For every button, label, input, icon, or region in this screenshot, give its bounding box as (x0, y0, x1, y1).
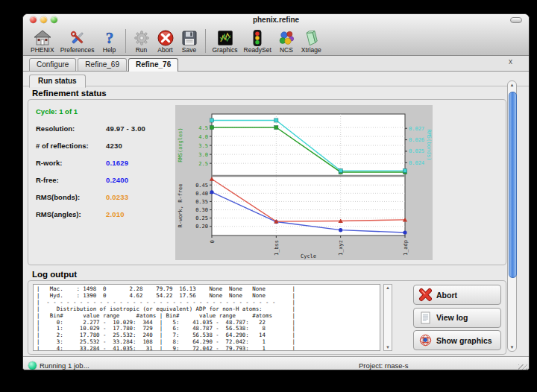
svg-text:0: 0 (210, 240, 216, 243)
tab-refine_69[interactable]: Refine_69 (78, 58, 127, 71)
stat-label: R-free: (36, 176, 106, 184)
stat-value: 0.1629 (106, 159, 128, 167)
cycle-label: Cycle: 1 of 1 (36, 107, 174, 116)
preferences-tools-icon (69, 29, 87, 47)
log-scrollbar[interactable]: ▲ ▼ (383, 284, 392, 351)
log-actions: Abort View log Show graphics (413, 284, 501, 351)
svg-text:0.45: 0.45 (195, 183, 208, 189)
stat-row: # of reflections:4230 (36, 142, 174, 150)
toolbar-item-label: Xtriage (301, 47, 321, 54)
stat-row: R-work:0.1629 (36, 159, 174, 167)
toolbar-abort-button[interactable]: Abort (154, 29, 178, 54)
stat-value: 2.010 (106, 210, 125, 218)
refinement-status-panel: Cycle: 1 of 1 Resolution:49.97 - 3.00# o… (28, 99, 506, 265)
toolbar-item-label: Help (103, 47, 116, 54)
readyset-traffic-light-icon (248, 29, 266, 47)
toolbar-item-label: Run (136, 47, 148, 54)
stat-label: RMS(angles): (36, 210, 106, 218)
stat-label: RMS(bonds): (36, 193, 106, 201)
run-gear-icon (133, 29, 151, 47)
view-log-button-label: View log (436, 313, 468, 322)
toolbar-run-button[interactable]: Run (130, 29, 154, 54)
svg-text:1_xyz: 1_xyz (338, 240, 344, 256)
toolbar-xtriage-button[interactable]: Xtriage (298, 29, 324, 54)
show-graphics-button[interactable]: Show graphics (413, 330, 501, 350)
svg-text:0.027: 0.027 (409, 126, 424, 132)
toolbar-save-button[interactable]: Save (178, 29, 201, 54)
svg-text:0.35: 0.35 (195, 199, 208, 205)
svg-text:0.026: 0.026 (409, 137, 424, 143)
title-bar[interactable]: phenix.refine (23, 14, 529, 25)
refinement-progress-chart: 2.53.03.54.04.50.0240.0250.0260.0270.200… (175, 105, 433, 260)
abort-button-label: Abort (436, 291, 457, 300)
svg-text:RMS(angles): RMS(angles) (178, 127, 183, 162)
traffic-lights (30, 16, 57, 23)
chart-svg: 2.53.03.54.04.50.0240.0250.0260.0270.200… (175, 105, 433, 260)
stat-row: R-free:0.2400 (36, 176, 174, 184)
tab-strip: ConfigureRefine_69Refine_76 x (23, 56, 529, 72)
main-scrollbar-thumb[interactable] (509, 92, 517, 278)
zoom-window-button[interactable] (51, 16, 57, 23)
stat-label: # of reflections: (36, 142, 106, 150)
stat-row: RMS(bonds):0.0233 (36, 193, 174, 201)
svg-text:0.25: 0.25 (195, 215, 208, 221)
abort-x-icon (418, 288, 433, 302)
scroll-down-icon[interactable]: ▼ (508, 345, 516, 350)
scroll-up-icon[interactable]: ▲ (508, 83, 516, 87)
svg-text:R-work, R-free: R-work, R-free (178, 183, 183, 227)
toolbar: PHENIX Preferences ? Help Run (23, 25, 529, 55)
resize-grip[interactable] (518, 364, 527, 370)
toolbar-graphics-button[interactable]: Graphics (210, 29, 241, 54)
subtab-strip: Run status (23, 72, 529, 86)
minimize-window-button[interactable] (40, 16, 47, 23)
log-output-heading: Log output (32, 270, 529, 279)
toolbar-item-label: Graphics (213, 47, 238, 54)
toolbar-preferences-button[interactable]: Preferences (57, 29, 98, 54)
svg-text:0.024: 0.024 (409, 160, 424, 166)
toolbar-help-button[interactable]: ? Help (98, 29, 122, 54)
running-status-icon (28, 361, 37, 370)
svg-text:0.20: 0.20 (195, 224, 208, 230)
toolbar-item-label: NCS (280, 47, 293, 54)
abort-button[interactable]: Abort (413, 285, 501, 305)
svg-text:4.0: 4.0 (198, 134, 208, 140)
toolbar-toggle-pill-button[interactable] (510, 17, 522, 23)
svg-text:4.5: 4.5 (198, 125, 208, 131)
svg-text:RMS(bonds): RMS(bonds) (426, 129, 432, 160)
toolbar-item-label: Save (182, 47, 196, 54)
status-bar: Running 1 job... Project: rnase-s (23, 356, 529, 370)
scroll-down-icon[interactable]: ▼ (386, 344, 390, 350)
toolbar-ncs-button[interactable]: NCS (274, 29, 298, 54)
stat-label: R-work: (36, 159, 106, 167)
stat-value: 0.0233 (106, 193, 128, 201)
close-window-button[interactable] (30, 16, 37, 23)
toolbar-item-label: PHENIX (31, 47, 54, 54)
svg-text:0.40: 0.40 (195, 191, 208, 197)
svg-text:2.5: 2.5 (198, 161, 208, 167)
app-window: phenix.refine PHENIX Preferences ? He (22, 13, 530, 370)
toolbar-separator (125, 29, 126, 53)
toolbar-item-label: ReadySet (244, 47, 271, 54)
help-question-icon: ? (101, 29, 119, 47)
stat-value: 0.2400 (106, 176, 128, 184)
toolbar-readyset-button[interactable]: ReadySet (241, 29, 274, 54)
ncs-spheres-icon (277, 29, 295, 47)
scroll-up-icon[interactable]: ▲ (386, 285, 390, 291)
tab-configure[interactable]: Configure (29, 58, 76, 71)
tab-close-icon[interactable]: x (509, 58, 512, 66)
log-output-text[interactable]: | Mac. : 1498 0 2.28 79.79 16.13 None No… (33, 284, 380, 351)
svg-text:?: ? (105, 29, 113, 47)
toolbar-phenix-button[interactable]: PHENIX (28, 29, 57, 54)
main-scrollbar[interactable]: ▲ ▼ (507, 80, 517, 352)
tab-refine_76[interactable]: Refine_76 (128, 58, 178, 72)
svg-text:1_adp: 1_adp (403, 240, 409, 256)
phenix-home-icon (34, 29, 51, 47)
window-title: phenix.refine (23, 14, 529, 25)
stat-value: 49.97 - 3.00 (106, 124, 145, 133)
stat-label: Resolution: (36, 124, 106, 133)
view-log-document-icon (418, 311, 433, 325)
tab-run-status[interactable]: Run status (29, 75, 86, 88)
xtriage-crystal-icon (302, 29, 320, 47)
view-log-button[interactable]: View log (413, 308, 501, 328)
svg-text:0.025: 0.025 (409, 148, 424, 154)
